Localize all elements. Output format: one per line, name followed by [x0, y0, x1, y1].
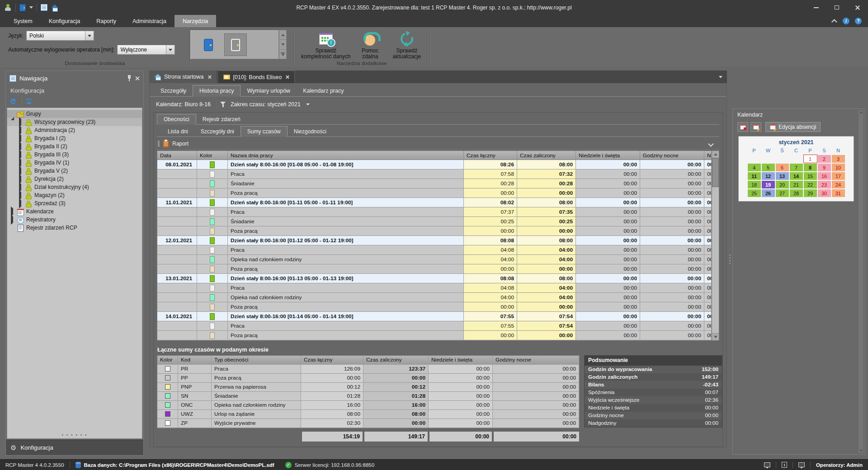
tree-expand-icon[interactable]: [19, 184, 24, 190]
logout-door-icon[interactable]: [19, 4, 26, 11]
table-row[interactable]: Praca07:5507:5400:0000:0000:00: [157, 321, 712, 331]
monitor-icon[interactable]: [764, 462, 770, 467]
tab[interactable]: Szczegóły: [154, 85, 193, 96]
tab[interactable]: Obecności: [157, 114, 196, 125]
table-row[interactable]: Poza pracą00:0000:0000:0000:0000:00: [157, 331, 712, 340]
calendar-day[interactable]: 31: [831, 189, 845, 197]
time-range-label[interactable]: Zakres czasu: styczeń 2021: [231, 101, 301, 108]
calendar-day[interactable]: 25: [747, 189, 761, 197]
scroll-down-icon[interactable]: [712, 333, 719, 340]
tree-item[interactable]: Rejestr zdarzeń RCP: [7, 224, 142, 232]
calendar-day[interactable]: 30: [817, 189, 831, 197]
tree-item[interactable]: Administracja (2): [7, 126, 142, 134]
table-row[interactable]: 14.01.2021Dzień stały 8:00-16:00 [01-14 …: [157, 312, 712, 321]
menu-tab[interactable]: Konfiguracja: [41, 15, 89, 27]
column-header[interactable]: Czas łączny: [464, 151, 517, 160]
document-tab[interactable]: Strona startowa: [149, 70, 217, 83]
calendar-day[interactable]: 7: [789, 163, 803, 172]
tree-expand-icon[interactable]: [19, 192, 24, 198]
calendar-day[interactable]: 11: [747, 172, 761, 180]
ribbon-button[interactable]: Pomoc zdalna: [356, 30, 384, 61]
menu-tab[interactable]: Narzędzia: [175, 15, 216, 27]
calendar-day[interactable]: 28: [789, 189, 803, 197]
chevron-down-icon[interactable]: [306, 103, 310, 105]
tree-expand-icon[interactable]: [19, 168, 24, 174]
calendar-day[interactable]: 10: [831, 163, 845, 172]
tree-collapse-icon[interactable]: [11, 111, 15, 117]
calendar-day[interactable]: 26: [761, 189, 775, 197]
table-row[interactable]: 13.01.2021Dzień stały 8:00-16:00 [01-13 …: [157, 274, 712, 283]
column-header[interactable]: Kolor: [157, 356, 178, 365]
collapse-all-icon[interactable]: [26, 99, 32, 104]
gallery-up-icon[interactable]: [279, 30, 287, 40]
totals-row[interactable]: PRPraca126:09123:3700:0000:00: [157, 365, 579, 374]
help-icon[interactable]: ?: [855, 18, 862, 24]
chevron-down-icon[interactable]: [85, 31, 94, 40]
configuration-bar[interactable]: ⚙ Konfiguracja: [6, 440, 143, 455]
operator-icon[interactable]: [5, 4, 12, 11]
tree-expand-icon[interactable]: [11, 208, 15, 215]
column-header[interactable]: Czas zaliczony: [517, 151, 576, 160]
tree-item[interactable]: Magazyn (2): [7, 191, 142, 199]
calendar-delete-button[interactable]: [737, 122, 748, 132]
ribbon-button[interactable]: Sprawdź aktualizacje: [387, 30, 427, 61]
table-row[interactable]: Praca07:3707:3500:0000:0000:00: [157, 207, 712, 217]
scroll-down-icon[interactable]: [859, 450, 863, 452]
tree-item[interactable]: Dyrekcja (2): [7, 175, 142, 183]
vertical-scrollbar[interactable]: [712, 150, 719, 341]
tree-expand-icon[interactable]: [19, 143, 24, 150]
column-header[interactable]: Kod: [178, 356, 212, 365]
totals-row[interactable]: SNŚniadanie01:2801:2800:0000:00: [157, 392, 579, 401]
tree-item[interactable]: Wszyscy pracownicy (23): [7, 118, 142, 126]
ribbon-button[interactable]: Sprawdź kompletność danych: [298, 30, 354, 61]
calendar-day[interactable]: 23: [817, 180, 831, 189]
totals-row[interactable]: UWZUrlop na żądanie08:0008:0000:0000:00: [157, 410, 579, 419]
calendar-day[interactable]: 22: [803, 180, 817, 189]
language-select[interactable]: Polski: [26, 31, 94, 41]
theme-option-outline[interactable]: [224, 33, 247, 56]
collapse-ribbon-icon[interactable]: [831, 19, 837, 25]
table-row[interactable]: 12.01.2021Dzień stały 8:00-16:00 [01-12 …: [157, 236, 712, 245]
tab[interactable]: Sumy czasów: [241, 126, 288, 137]
tab[interactable]: Wymiary urlopów: [241, 85, 297, 96]
menu-tab[interactable]: System: [5, 15, 41, 27]
calendar-day[interactable]: 1: [803, 155, 817, 163]
tree-expand-icon[interactable]: [19, 160, 24, 166]
table-row[interactable]: Poza pracą00:0000:0000:0000:0000:00: [157, 302, 712, 312]
table-row[interactable]: Śniadanie00:2500:2500:0000:0000:00: [157, 217, 712, 226]
gallery-down-icon[interactable]: [279, 39, 287, 49]
tree-item[interactable]: Dział konstrukcyjny (4): [7, 183, 142, 191]
tab-list-icon[interactable]: [719, 70, 727, 83]
tree-expand-icon[interactable]: [19, 135, 24, 141]
calendar-scrollbar[interactable]: [858, 110, 864, 453]
tree-item[interactable]: Brygada III (3): [7, 150, 142, 159]
calendar-day[interactable]: 12: [761, 172, 775, 180]
column-header[interactable]: Nadgodziny: [704, 151, 712, 160]
logout-dropdown-icon[interactable]: [29, 6, 33, 9]
column-header[interactable]: Godziny nocne: [640, 151, 704, 160]
theme-option-blue[interactable]: [197, 33, 220, 56]
tab[interactable]: Lista dni: [161, 127, 194, 136]
autologout-select[interactable]: Wyłączone: [117, 45, 175, 55]
calendar-day[interactable]: 2: [817, 155, 831, 163]
column-header[interactable]: Godziny nocne: [493, 356, 579, 365]
calendar-context-label[interactable]: Kalendarz: Biuro 8-16: [156, 101, 211, 108]
calendar-day[interactable]: 14: [789, 172, 803, 180]
tree-item[interactable]: Brygada II (2): [7, 142, 142, 150]
calendar-day[interactable]: 5: [761, 163, 775, 172]
menu-tab[interactable]: Administracja: [124, 15, 175, 27]
tree-item[interactable]: Sprzedaż (3): [7, 199, 142, 207]
tree-expand-icon[interactable]: [19, 119, 24, 125]
totals-row[interactable]: ZPWyjście prywatne02:3000:0000:0000:00: [157, 419, 579, 428]
calendar-day[interactable]: 6: [775, 163, 789, 172]
tree-item[interactable]: Brygada IV (1): [7, 159, 142, 167]
totals-row[interactable]: ONCOpieka nad członkiem rodziny16:0016:0…: [157, 401, 579, 410]
gallery-expand-icon[interactable]: [279, 49, 287, 59]
table-row[interactable]: Praca07:5807:3200:0000:0000:00: [157, 169, 712, 179]
column-header[interactable]: Czas łączny: [301, 356, 363, 365]
scroll-thumb[interactable]: [712, 158, 719, 187]
tab[interactable]: Rejestr zdarzeń: [196, 114, 247, 124]
tree-expand-icon[interactable]: [19, 127, 24, 133]
calendar-day[interactable]: 20: [775, 180, 789, 189]
tree-expand-icon[interactable]: [19, 151, 24, 158]
